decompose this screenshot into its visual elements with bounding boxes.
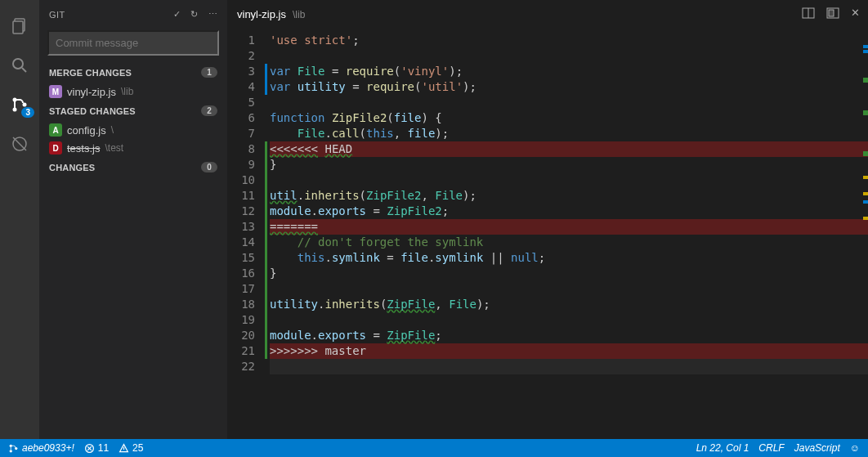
tab-label: vinyl-zip.js — [237, 8, 286, 20]
explorer-icon[interactable] — [0, 7, 39, 46]
branch-indicator[interactable]: aebe0933+! — [8, 442, 74, 454]
svg-point-5 — [23, 103, 27, 107]
file-name: config.js — [67, 124, 106, 137]
svg-point-3 — [13, 98, 17, 102]
status-letter: D — [49, 141, 62, 155]
tab-vinyl-zip[interactable]: vinyl-zip.js\lib — [227, 0, 315, 29]
commit-message-input[interactable] — [47, 30, 219, 56]
warnings-indicator[interactable]: 25 — [119, 442, 143, 454]
debug-icon[interactable] — [0, 124, 39, 164]
svg-point-2 — [13, 59, 23, 69]
svg-rect-1 — [13, 21, 23, 34]
staged-count: 2 — [201, 105, 217, 116]
staged-changes-section[interactable]: STAGED CHANGES2 — [39, 101, 227, 121]
search-icon[interactable] — [0, 46, 39, 85]
status-letter: M — [49, 85, 62, 98]
svg-rect-9 — [829, 10, 834, 16]
merge-count: 1 — [201, 67, 217, 78]
close-icon[interactable]: ✕ — [851, 7, 860, 22]
eol-indicator[interactable]: CRLF — [758, 442, 784, 454]
status-bar: aebe0933+! 11 25 Ln 22, Col 1 CRLF JavaS… — [0, 439, 868, 457]
scm-icon[interactable]: 3 — [0, 85, 39, 124]
refresh-icon[interactable]: ↻ — [190, 9, 199, 20]
changes-count: 0 — [201, 162, 217, 172]
sidebar-title: GIT — [49, 10, 65, 20]
code-area[interactable]: 12345678910111213141516171819202122 'use… — [227, 29, 868, 439]
file-name: tests.js — [67, 142, 100, 155]
file-dir: \lib — [121, 86, 133, 97]
file-dir: \test — [105, 142, 123, 154]
file-row[interactable]: Dtests.js\test — [39, 139, 227, 157]
scm-badge: 3 — [21, 107, 34, 118]
editor: vinyl-zip.js\lib ✕ 123456789101112131415… — [227, 0, 868, 439]
gutter: 12345678910111213141516171819202122 — [227, 29, 265, 439]
language-indicator[interactable]: JavaScript — [794, 442, 840, 454]
code-text[interactable]: 'use strict'; var File = require('vinyl'… — [270, 29, 868, 439]
tab-bar: vinyl-zip.js\lib ✕ — [227, 0, 868, 29]
file-row[interactable]: Aconfig.js\ — [39, 121, 227, 139]
activity-bar: 3 — [0, 0, 39, 439]
more-icon[interactable]: ⋯ — [208, 9, 218, 20]
cursor-position[interactable]: Ln 22, Col 1 — [696, 442, 749, 454]
show-opened-icon[interactable] — [826, 7, 839, 22]
sidebar: GIT ✓ ↻ ⋯ MERGE CHANGES1 Mvinyl-zip.js\l… — [39, 0, 227, 439]
feedback-icon[interactable]: ☺ — [850, 442, 860, 454]
svg-point-4 — [13, 108, 17, 112]
commit-icon[interactable]: ✓ — [173, 9, 181, 20]
svg-point-11 — [10, 450, 12, 452]
status-letter: A — [49, 123, 62, 137]
file-name: vinyl-zip.js — [67, 86, 116, 98]
split-editor-icon[interactable] — [802, 7, 815, 22]
sidebar-header: GIT ✓ ↻ ⋯ — [39, 0, 227, 29]
svg-point-10 — [10, 444, 12, 446]
file-dir: \ — [111, 124, 114, 136]
merge-changes-section[interactable]: MERGE CHANGES1 — [39, 62, 227, 83]
errors-indicator[interactable]: 11 — [84, 442, 109, 454]
file-row[interactable]: Mvinyl-zip.js\lib — [39, 83, 227, 101]
tab-dir: \lib — [293, 9, 305, 20]
minimap[interactable] — [863, 29, 868, 439]
changes-section[interactable]: CHANGES0 — [39, 157, 227, 177]
